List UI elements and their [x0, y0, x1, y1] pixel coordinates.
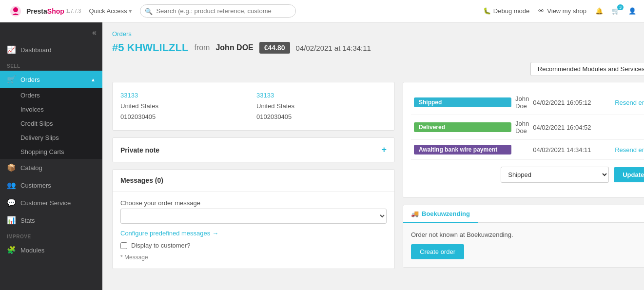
billing-zip: 33133: [256, 90, 387, 101]
sidebar-item-catalog[interactable]: 📦 Catalog: [0, 159, 102, 176]
shipped-date: 04/02/2021 16:05:12: [533, 99, 611, 106]
search-icon: 🔍: [145, 7, 153, 15]
customers-label: Customers: [20, 182, 51, 189]
sidebar-item-stats[interactable]: 📊 Stats: [0, 212, 102, 229]
view-my-shop-button[interactable]: 👁 View my shop: [538, 7, 586, 15]
status-row-shipped: Shipped John Doe 04/02/2021 16:05:12 Res…: [411, 90, 644, 115]
eye-icon: 👁: [538, 7, 545, 15]
order-unknown-text: Order not known at Boekuwzending.: [411, 231, 644, 238]
order-message-select[interactable]: [120, 209, 387, 224]
address-card-body: 33133 United States 0102030405 33133 Uni…: [113, 82, 394, 130]
sidebar: « 📈 Dashboard SELL 🛒 Orders ▲ Orders Inv…: [0, 22, 102, 290]
awaiting-badge: Awaiting bank wire payment: [414, 145, 511, 155]
sidebar-collapse-button[interactable]: «: [0, 26, 102, 41]
tab-boekuwzending-label: Boekuwzending: [422, 210, 470, 217]
cart-button[interactable]: 🛒 3: [612, 7, 620, 15]
catalog-label: Catalog: [20, 164, 42, 172]
sidebar-item-dashboard[interactable]: 📈 Dashboard: [0, 41, 102, 58]
page-actions: Recommended Modules and Services Help: [112, 62, 644, 76]
orders-icon: 🛒: [7, 75, 16, 84]
update-status-row: Shipped Delivered Awaiting bank wire pay…: [411, 160, 644, 190]
orders-label: Orders: [20, 76, 40, 83]
shipped-resend-link[interactable]: Resend email: [615, 99, 644, 106]
submenu-delivery-slips[interactable]: Delivery Slips: [0, 131, 102, 145]
top-navigation: PrestaShop 1.7.7.3 Quick Access ▾ 🔍 🐛 De…: [0, 0, 644, 22]
breadcrumb[interactable]: Orders: [112, 30, 644, 38]
address-grid: 33133 United States 0102030405 33133 Uni…: [120, 90, 387, 122]
choose-message-label: Choose your order message: [120, 199, 387, 207]
create-order-button[interactable]: Create order: [411, 244, 464, 259]
status-history-card: Shipped John Doe 04/02/2021 16:05:12 Res…: [403, 82, 644, 198]
stats-icon: 📊: [7, 216, 16, 225]
delivery-country: United States: [120, 101, 251, 112]
status-row-delivered: Delivered John Doe 04/02/2021 16:04:52: [411, 115, 644, 140]
shipping-card: 🚚 Boekuwzending Order not known at Boeku…: [403, 205, 644, 268]
messages-card: Messages (0) Choose your order message C…: [112, 169, 395, 269]
awaiting-resend-link[interactable]: Resend email: [615, 146, 644, 154]
customer-name: John DOE: [215, 43, 253, 52]
arrow-right-icon: →: [212, 230, 218, 237]
dashboard-label: Dashboard: [20, 46, 52, 54]
sidebar-item-customer-service[interactable]: 💬 Customer Service: [0, 194, 102, 212]
improve-section-label: IMPROVE: [0, 229, 102, 241]
sidebar-item-modules[interactable]: 🧩 Modules: [0, 241, 102, 259]
modules-icon: 🧩: [7, 246, 16, 254]
search-bar[interactable]: 🔍: [140, 4, 296, 18]
address-card: 33133 United States 0102030405 33133 Uni…: [112, 82, 395, 131]
content-grid: 33133 United States 0102030405 33133 Uni…: [112, 82, 644, 276]
display-to-customer-checkbox[interactable]: [120, 242, 127, 249]
order-message-group: Choose your order message: [120, 199, 387, 224]
tab-boekuwzending[interactable]: 🚚 Boekuwzending: [403, 205, 478, 223]
logo-shop: Shop: [47, 7, 64, 15]
catalog-icon: 📦: [7, 163, 16, 172]
left-column: 33133 United States 0102030405 33133 Uni…: [112, 82, 395, 276]
submenu-credit-slips[interactable]: Credit Slips: [0, 116, 102, 131]
add-private-note-button[interactable]: +: [381, 145, 387, 155]
delivered-date: 04/02/2021 16:04:52: [533, 124, 611, 131]
orders-submenu: Orders Invoices Credit Slips Delivery Sl…: [0, 88, 102, 159]
right-column: Shipped John Doe 04/02/2021 16:05:12 Res…: [403, 82, 644, 276]
truck-icon: 🚚: [411, 210, 419, 217]
messages-header: Messages (0): [113, 170, 394, 192]
customer-service-icon: 💬: [7, 198, 16, 207]
user-profile-button[interactable]: 👤: [628, 7, 636, 15]
submenu-invoices[interactable]: Invoices: [0, 102, 102, 116]
debug-mode-label: Debug mode: [493, 7, 529, 15]
order-date: 04/02/2021 at 14:34:11: [296, 44, 371, 52]
debug-mode-button[interactable]: 🐛 Debug mode: [483, 7, 529, 15]
shipping-tab-bar: 🚚 Boekuwzending: [403, 205, 644, 223]
bell-icon: 🔔: [595, 7, 603, 15]
quick-access-menu[interactable]: Quick Access ▾: [89, 7, 132, 15]
search-input[interactable]: [140, 4, 296, 18]
recommended-modules-button[interactable]: Recommended Modules and Services: [530, 62, 644, 76]
sidebar-item-orders[interactable]: 🛒 Orders ▲: [0, 71, 102, 88]
delivered-badge: Delivered: [414, 122, 511, 132]
customers-icon: 👥: [7, 181, 16, 190]
messages-title: Messages (0): [120, 176, 163, 184]
app-version: 1.7.7.3: [66, 8, 81, 14]
message-required-label: * Message: [120, 254, 387, 261]
notifications-button[interactable]: 🔔: [595, 7, 603, 15]
modules-label: Modules: [20, 247, 44, 254]
private-note-header: Private note +: [113, 138, 394, 162]
messages-body: Choose your order message Configure pred…: [113, 192, 394, 269]
submenu-shopping-carts[interactable]: Shopping Carts: [0, 145, 102, 159]
status-history-body: Shipped John Doe 04/02/2021 16:05:12 Res…: [403, 82, 644, 197]
logo-icon: [8, 3, 23, 19]
collapse-icon: «: [92, 28, 97, 37]
update-status-button[interactable]: Update status: [614, 167, 644, 182]
display-to-customer-group: Display to customer?: [120, 242, 387, 249]
svg-point-1: [13, 7, 18, 12]
awaiting-date: 04/02/2021 14:34:11: [533, 146, 611, 154]
logo[interactable]: PrestaShop 1.7.7.3: [8, 3, 81, 19]
delivery-zip: 33133: [120, 90, 251, 101]
order-price-badge: €44.80: [259, 42, 290, 54]
order-id: #5 KHWLILZLL: [112, 41, 188, 54]
configure-predefined-messages-link[interactable]: Configure predefined messages →: [120, 230, 218, 237]
status-dropdown[interactable]: Shipped Delivered Awaiting bank wire pay…: [501, 167, 609, 183]
customer-service-label: Customer Service: [20, 199, 71, 207]
sidebar-item-customers[interactable]: 👥 Customers: [0, 176, 102, 194]
display-to-customer-label: Display to customer?: [131, 242, 190, 249]
submenu-orders[interactable]: Orders: [0, 88, 102, 102]
view-shop-label: View my shop: [547, 7, 586, 15]
